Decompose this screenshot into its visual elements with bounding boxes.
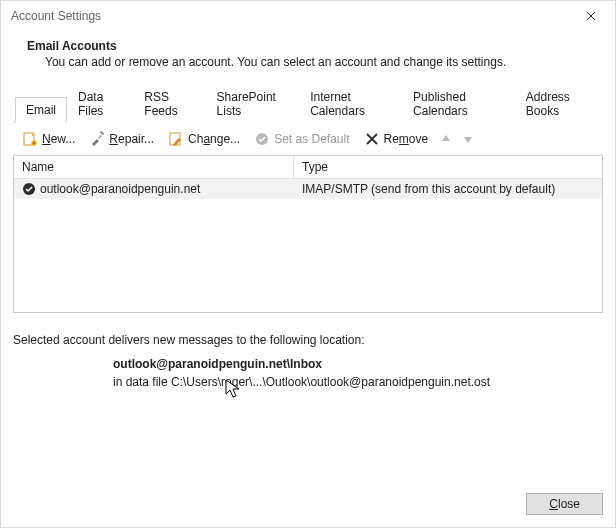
- change-label: Change...: [188, 132, 240, 146]
- tab-data-files[interactable]: Data Files: [67, 84, 133, 123]
- arrow-down-icon: [462, 133, 474, 145]
- tab-address-books[interactable]: Address Books: [515, 84, 603, 123]
- arrow-up-icon: [440, 133, 452, 145]
- window-close-button[interactable]: [569, 2, 613, 30]
- delivery-info-label: Selected account delivers new messages t…: [13, 333, 603, 347]
- tab-published-calendars[interactable]: Published Calendars: [402, 84, 515, 123]
- header-subtitle: You can add or remove an account. You ca…: [27, 55, 589, 69]
- window-title: Account Settings: [11, 9, 101, 23]
- remove-button[interactable]: Remove: [359, 129, 434, 149]
- header-title: Email Accounts: [27, 39, 589, 53]
- body-area: Email Data Files RSS Feeds SharePoint Li…: [1, 83, 615, 485]
- new-label: New...: [42, 132, 75, 146]
- svg-rect-2: [100, 131, 104, 135]
- default-account-icon: [22, 182, 36, 196]
- tab-email[interactable]: Email: [15, 97, 67, 123]
- delivery-location: outlook@paranoidpenguin.net\Inbox: [13, 357, 603, 371]
- close-button[interactable]: Close: [526, 493, 603, 515]
- delivery-datafile: in data file C:\Users\roger\...\Outlook\…: [13, 371, 603, 389]
- repair-label: Repair...: [109, 132, 154, 146]
- new-icon: [22, 131, 38, 147]
- header: Email Accounts You can add or remove an …: [1, 31, 615, 83]
- default-icon: [254, 131, 270, 147]
- account-settings-window: Account Settings Email Accounts You can …: [0, 0, 616, 528]
- table-row[interactable]: outlook@paranoidpenguin.net IMAP/SMTP (s…: [14, 179, 602, 199]
- change-icon: [168, 131, 184, 147]
- remove-icon: [364, 131, 380, 147]
- repair-button[interactable]: Repair...: [84, 129, 159, 149]
- svg-marker-6: [464, 137, 472, 143]
- close-icon: [586, 11, 596, 21]
- account-type: IMAP/SMTP (send from this account by def…: [294, 180, 602, 198]
- move-up-button: [437, 130, 455, 148]
- remove-label: Remove: [384, 132, 429, 146]
- tabs: Email Data Files RSS Feeds SharePoint Li…: [13, 83, 603, 123]
- tab-sharepoint-lists[interactable]: SharePoint Lists: [206, 84, 300, 123]
- move-down-button: [459, 130, 477, 148]
- set-default-label: Set as Default: [274, 132, 349, 146]
- set-default-button: Set as Default: [249, 129, 354, 149]
- accounts-rows: outlook@paranoidpenguin.net IMAP/SMTP (s…: [14, 179, 602, 199]
- delivery-info: Selected account delivers new messages t…: [13, 313, 603, 389]
- titlebar: Account Settings: [1, 1, 615, 31]
- column-header-type[interactable]: Type: [294, 156, 602, 178]
- accounts-list-header: Name Type: [14, 156, 602, 179]
- new-button[interactable]: New...: [17, 129, 80, 149]
- tab-rss-feeds[interactable]: RSS Feeds: [133, 84, 205, 123]
- column-header-name[interactable]: Name: [14, 156, 294, 178]
- account-name: outlook@paranoidpenguin.net: [40, 182, 200, 196]
- footer: Close: [1, 485, 615, 527]
- tab-internet-calendars[interactable]: Internet Calendars: [299, 84, 402, 123]
- svg-marker-5: [442, 135, 450, 141]
- accounts-list: Name Type outlook@paranoidpenguin.net IM…: [13, 155, 603, 313]
- toolbar: New... Repair... Change... Set as Defaul…: [13, 123, 603, 155]
- repair-icon: [89, 131, 105, 147]
- change-button[interactable]: Change...: [163, 129, 245, 149]
